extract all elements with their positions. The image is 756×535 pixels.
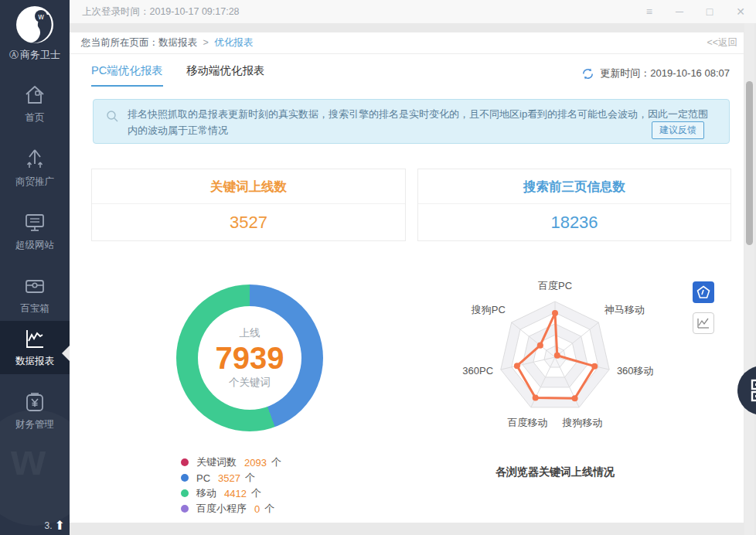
sidebar-footer-text: 3.	[45, 520, 53, 531]
stat-card-keywords-online: 关键词上线数 3527	[91, 169, 406, 241]
app-window: w Ⓐ商务卫士 首页商贸推广超级网站百宝箱数据报表财务管理 w 3. ⬆ 上次登…	[0, 0, 756, 535]
donut-center-value: 7939	[216, 340, 284, 376]
sidebar-item-home[interactable]: 首页	[0, 77, 70, 131]
scrollbar-track[interactable]	[744, 23, 754, 535]
svg-text:百度移动: 百度移动	[507, 417, 547, 428]
notice-text: 排名快照抓取的是报表更新时刻的真实数据，搜索引擎的排名是实时变化的，且不同地区i…	[128, 106, 715, 138]
legend-label: 移动	[196, 486, 216, 500]
radar-view-icon	[696, 285, 710, 299]
sidebar-item-label: 超级网站	[0, 239, 70, 252]
back-to-top-icon[interactable]: ⬆	[55, 520, 65, 532]
toolbox-icon	[0, 274, 70, 298]
legend-item[interactable]: 关键词数2093个	[181, 455, 281, 470]
sidebar-item-website[interactable]: 超级网站	[0, 205, 70, 258]
legend-dot	[181, 505, 189, 513]
donut-legend: 关键词数2093个PC3527个移动4412个百度小程序0个	[181, 455, 281, 516]
donut-chart: 上线 7939 个关键词	[176, 285, 323, 431]
close-icon[interactable]: ✕	[736, 6, 745, 17]
legend-item[interactable]: PC3527个	[181, 470, 281, 486]
legend-dot	[181, 474, 189, 482]
stat-card-top3-info: 搜索前三页信息数 18236	[417, 169, 731, 241]
notice-banner: 排名快照抓取的是报表更新时刻的真实数据，搜索引擎的排名是实时变化的，且不同地区i…	[93, 99, 730, 144]
breadcrumb: 您当前所在页面：数据报表 > 优化报表 <<返回	[70, 32, 744, 54]
sidebar: w Ⓐ商务卫士 首页商贸推广超级网站百宝箱数据报表财务管理 w 3. ⬆	[0, 0, 70, 535]
svg-text:搜狗PC: 搜狗PC	[471, 304, 506, 315]
back-link[interactable]: <<返回	[707, 32, 737, 53]
legend-label: 关键词数	[196, 455, 237, 469]
legend-unit: 个	[271, 455, 281, 469]
brand-name: Ⓐ商务卫士	[0, 48, 70, 62]
tab-mobile-report[interactable]: 移动端优化报表	[186, 63, 265, 85]
qr-code-icon	[751, 379, 756, 402]
legend-dot	[181, 458, 189, 466]
sidebar-item-label: 商贸推广	[0, 175, 70, 189]
refresh-icon[interactable]	[581, 67, 594, 80]
stat-card-title: 搜索前三页信息数	[418, 169, 730, 204]
legend-unit: 个	[245, 471, 255, 485]
legend-value: 4412	[224, 488, 247, 499]
breadcrumb-section: 数据报表	[158, 37, 197, 48]
stat-card-title: 关键词上线数	[92, 169, 405, 204]
donut-center-label-top: 上线	[240, 326, 261, 340]
titlebar: 上次登录时间：2019-10-17 09:17:28 ≡ ─ □ ✕	[70, 0, 756, 23]
svg-text:360PC: 360PC	[462, 365, 493, 377]
tab-pc-report[interactable]: PC端优化报表	[91, 63, 163, 87]
breadcrumb-prefix: 您当前所在页面：	[81, 37, 158, 48]
radar-chart: 百度PC神马移动360移动搜狗移动百度移动360PC搜狗PC	[439, 272, 671, 454]
brand-badge-icon: Ⓐ	[9, 49, 19, 60]
legend-label: 百度小程序	[196, 502, 247, 516]
feedback-button[interactable]: 建议反馈	[652, 121, 704, 139]
radar-chart-title: 各浏览器关键词上线情况	[439, 465, 671, 479]
maximize-icon[interactable]: □	[707, 6, 713, 17]
legend-label: PC	[196, 472, 210, 484]
brand-logo-icon: w	[15, 5, 55, 45]
watermark-letter: w	[11, 433, 46, 485]
line-view-icon	[696, 316, 710, 330]
legend-item[interactable]: 移动4412个	[181, 486, 281, 501]
update-time: 更新时间：2019-10-16 08:07	[600, 66, 730, 80]
breadcrumb-separator: >	[203, 37, 208, 48]
svg-text:神马移动: 神马移动	[604, 304, 645, 315]
menu-icon[interactable]: ≡	[646, 6, 652, 17]
scrollbar-thumb[interactable]	[746, 81, 753, 245]
legend-item[interactable]: 百度小程序0个	[181, 501, 281, 516]
legend-value: 0	[254, 503, 260, 515]
sidebar-item-toolbox[interactable]: 百宝箱	[0, 268, 70, 322]
main-panel: 您当前所在页面：数据报表 > 优化报表 <<返回 PC端优化报表 移动端优化报表…	[70, 32, 744, 523]
legend-unit: 个	[264, 502, 274, 516]
search-icon	[106, 110, 119, 123]
breadcrumb-current-link[interactable]: 优化报表	[214, 37, 253, 48]
legend-value: 3527	[218, 472, 240, 484]
sidebar-item-label: 首页	[0, 111, 70, 124]
minimize-icon[interactable]: ─	[676, 6, 683, 17]
last-login-time: 上次登录时间：2019-10-17 09:17:28	[82, 0, 240, 23]
svg-text:w: w	[37, 12, 44, 21]
donut-center-label-bottom: 个关键词	[229, 376, 271, 390]
svg-text:百度PC: 百度PC	[538, 280, 572, 291]
sidebar-item-promote[interactable]: 商贸推广	[0, 141, 70, 195]
radar-view-button[interactable]	[693, 281, 714, 303]
home-icon	[0, 83, 70, 107]
active-item-notch	[54, 346, 70, 361]
legend-dot	[181, 489, 189, 497]
line-view-button[interactable]	[693, 312, 714, 334]
stat-card-value: 3527	[92, 204, 405, 241]
website-icon	[0, 211, 70, 234]
promote-icon	[0, 148, 70, 171]
svg-text:搜狗移动: 搜狗移动	[562, 417, 603, 428]
svg-text:360移动: 360移动	[617, 365, 654, 377]
stat-card-value: 18236	[418, 204, 730, 241]
legend-unit: 个	[251, 486, 261, 500]
sidebar-item-label: 百宝箱	[0, 302, 70, 315]
legend-value: 2093	[244, 457, 267, 469]
